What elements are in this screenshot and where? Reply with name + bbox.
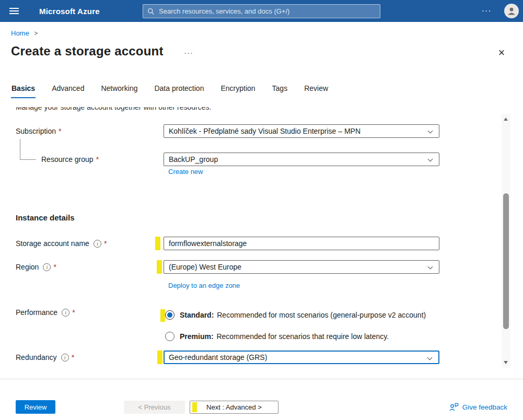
option-name: Premium: [180,332,214,341]
option-name: Standard: [180,311,214,319]
tab-review[interactable]: Review [304,84,329,98]
chevron-down-icon [427,355,433,360]
resource-group-label: Resource group * [41,153,99,166]
required-asterisk: * [104,239,107,248]
radio-selected-icon[interactable] [165,310,175,320]
create-new-link[interactable]: Create new [168,168,203,176]
global-search-box[interactable] [143,4,380,18]
redundancy-label-text: Redundancy [16,353,57,361]
tab-encryption[interactable]: Encryption [220,84,255,98]
tab-advanced[interactable]: Advanced [51,84,85,98]
breadcrumb: Home > [11,29,38,37]
footer-divider [0,379,523,379]
tab-bar: Basics Advanced Networking Data protecti… [11,84,329,98]
required-asterisk: * [96,155,99,164]
highlight-marker [155,237,160,250]
subscription-label: Subscription * [16,124,62,138]
previous-button[interactable]: < Previous [124,401,185,414]
scroll-up-icon[interactable] [504,118,508,121]
region-label-text: Region [16,263,39,271]
highlight-marker [192,402,197,412]
option-desc: Recommended for scenarios that require l… [216,332,389,341]
title-more-button[interactable]: ··· [184,48,193,57]
give-feedback-link[interactable]: Give feedback [449,403,507,411]
breadcrumb-home-link[interactable]: Home [11,29,29,37]
info-icon[interactable]: i [94,240,101,248]
performance-label-text: Performance [16,308,57,317]
redundancy-value: Geo-redundant storage (GRS) [169,353,267,361]
clipped-description-text: Manage your storage account together wit… [16,107,211,111]
required-asterisk: * [72,308,75,317]
storage-account-name-label: Storage account name i * [16,237,107,250]
info-icon[interactable]: i [43,263,51,271]
page-title: Create a storage account [11,44,164,59]
person-icon [506,6,517,16]
region-label: Region i * [16,260,56,274]
performance-standard-option[interactable]: Standard: Recommended for most scenarios… [165,308,426,322]
topbar: Microsoft Azure ··· [0,0,523,22]
required-asterisk: * [72,353,74,361]
breadcrumb-chevron-icon: > [34,30,38,37]
chevron-down-icon [428,264,433,270]
tab-basics[interactable]: Basics [11,84,36,98]
storage-account-name-label-text: Storage account name [16,239,89,248]
next-advanced-button[interactable]: Next : Advanced > [190,401,278,414]
avatar[interactable] [504,4,519,18]
highlight-marker [157,260,162,274]
tab-networking[interactable]: Networking [100,84,138,98]
feedback-icon [449,403,459,411]
instance-details-heading: Instance details [16,213,75,222]
review-button[interactable]: Review [16,400,55,414]
redundancy-label: Redundancy i * [16,351,74,364]
hamburger-menu-button[interactable] [0,0,28,22]
storage-account-name-input[interactable] [164,237,439,250]
redundancy-dropdown[interactable]: Geo-redundant storage (GRS) [164,351,439,364]
resource-group-value: BackUP_group [169,155,218,164]
region-dropdown[interactable]: (Europe) West Europe [164,260,439,274]
close-icon[interactable]: × [494,45,509,61]
performance-premium-text: Premium: Recommended for scenarios that … [180,332,389,341]
tab-tags[interactable]: Tags [272,84,288,98]
azure-create-storage-page: Microsoft Azure ··· Home > Create a stor… [0,0,523,420]
resource-group-dropdown[interactable]: BackUP_group [164,153,439,166]
highlight-marker [160,309,165,322]
subscription-label-text: Subscription [16,127,56,135]
edge-zone-link[interactable]: Deploy to an edge zone [168,282,240,289]
info-icon[interactable]: i [62,309,69,317]
form-scroll-area: Manage your storage account together wit… [0,107,500,379]
search-input[interactable] [159,7,376,15]
topbar-more-button[interactable]: ··· [477,0,496,22]
next-button-label: Next : Advanced > [206,403,262,411]
option-desc: Recommended for most scenarios (general-… [217,311,426,319]
scrollbar[interactable] [502,114,510,368]
azure-brand[interactable]: Microsoft Azure [39,0,100,22]
required-asterisk: * [53,263,56,271]
hamburger-icon [9,6,19,16]
performance-standard-text: Standard: Recommended for most scenarios… [180,311,426,319]
resource-group-label-text: Resource group [41,155,94,164]
tab-data-protection[interactable]: Data protection [154,84,204,98]
region-value: (Europe) West Europe [169,263,241,271]
performance-label: Performance i * [16,306,75,319]
subscription-dropdown[interactable]: Kohlíček - Předplatné sady Visual Studio… [164,124,439,138]
performance-premium-option[interactable]: Premium: Recommended for scenarios that … [165,330,389,343]
info-icon[interactable]: i [61,354,69,361]
highlight-marker [157,351,162,364]
subscription-value: Kohlíček - Předplatné sady Visual Studio… [169,127,361,135]
scrollbar-thumb[interactable] [503,193,509,329]
radio-unselected-icon[interactable] [165,332,175,341]
resource-group-connector-line [20,139,36,160]
chevron-down-icon [428,129,433,134]
required-asterisk: * [59,127,61,135]
scroll-down-icon[interactable] [504,361,508,364]
feedback-label: Give feedback [462,403,507,411]
chevron-down-icon [428,157,433,162]
search-icon [147,8,155,15]
